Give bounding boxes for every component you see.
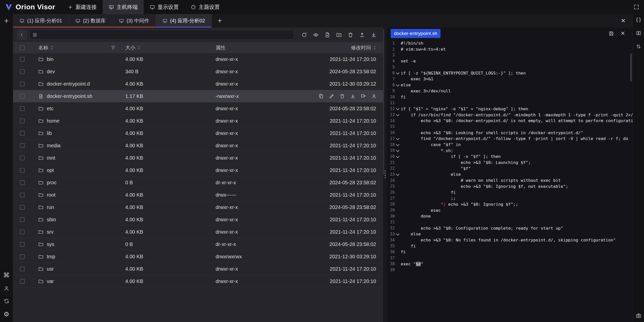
code-editor[interactable]: 1#!/bin/sh2# vim:sw=4:ts=4:et34set -e56i… bbox=[387, 40, 633, 322]
row-checkbox[interactable] bbox=[20, 193, 25, 197]
split-panels-icon[interactable] bbox=[636, 30, 641, 36]
terminal-tab[interactable]: (1) 应用-分析01 bbox=[13, 14, 69, 27]
terminal-tab[interactable]: (4) 应用-分析02 bbox=[156, 14, 212, 27]
code-text: fi bbox=[401, 249, 633, 254]
close-tabs-icon[interactable]: ✕ bbox=[621, 17, 633, 24]
row-checkbox[interactable] bbox=[20, 279, 25, 284]
row-checkbox[interactable] bbox=[20, 156, 25, 160]
menu-host-terminal[interactable]: 主机终端 bbox=[103, 0, 144, 14]
menu-display-settings[interactable]: 显示设置 bbox=[144, 0, 185, 14]
preview-eye-icon[interactable] bbox=[313, 32, 319, 38]
chmod-user-icon[interactable] bbox=[371, 94, 377, 99]
fold-chevron-icon[interactable] bbox=[395, 155, 401, 158]
code-text: case "$f" in bbox=[401, 142, 633, 147]
settings-gear-icon[interactable]: ⚙ bbox=[4, 311, 9, 317]
upload-icon[interactable] bbox=[359, 32, 365, 38]
sort-size-icon[interactable] bbox=[137, 45, 140, 50]
row-checkbox[interactable] bbox=[20, 217, 25, 222]
table-row[interactable]: etc 4.00 KB drwxr-xr-x 2024-05-28 23:58:… bbox=[13, 102, 383, 115]
row-checkbox[interactable] bbox=[20, 180, 25, 185]
fold-chevron-icon[interactable] bbox=[395, 149, 401, 152]
table-row[interactable]: run 4.00 KB drwxr-xr-x 2024-05-28 23:58:… bbox=[13, 201, 383, 213]
table-row[interactable]: opt 4.00 KB drwxr-xr-x 2021-11-24 17:20:… bbox=[13, 164, 383, 176]
open-file-tag[interactable]: docker-entrypoint.sh bbox=[391, 29, 440, 38]
filter-funnel-icon[interactable] bbox=[111, 45, 116, 50]
user-icon[interactable] bbox=[4, 285, 10, 291]
sort-updown-icon[interactable] bbox=[636, 44, 641, 49]
download-icon[interactable] bbox=[371, 32, 377, 38]
new-file-icon[interactable] bbox=[325, 32, 330, 38]
fold-chevron-icon[interactable] bbox=[395, 72, 401, 74]
divider-grip[interactable] bbox=[385, 170, 386, 178]
menu-theme-settings[interactable]: 主题设置 bbox=[185, 0, 226, 14]
edit-icon[interactable] bbox=[329, 94, 334, 99]
table-row[interactable]: lib 4.00 KB drwxr-xr-x 2021-11-24 17:20:… bbox=[13, 127, 383, 139]
refresh-icon[interactable] bbox=[301, 32, 307, 38]
file-list-scrollbar[interactable] bbox=[383, 29, 384, 175]
fold-chevron-icon[interactable] bbox=[395, 233, 401, 235]
directory-list-icon[interactable] bbox=[32, 32, 37, 37]
fullscreen-icon[interactable] bbox=[633, 4, 639, 10]
table-row[interactable]: tmp 4.00 KB drwxrwxrwx 2021-12-30 03:29:… bbox=[13, 251, 383, 263]
select-all-checkbox[interactable] bbox=[20, 45, 25, 50]
row-checkbox[interactable] bbox=[20, 143, 25, 148]
row-checkbox[interactable] bbox=[20, 254, 25, 259]
table-row[interactable]: mnt 4.00 KB drwxr-xr-x 2021-11-24 17:20:… bbox=[13, 152, 383, 164]
menu-new-connection[interactable]: 新建连接 bbox=[62, 0, 103, 14]
row-checkbox[interactable] bbox=[20, 69, 25, 74]
row-checkbox[interactable] bbox=[20, 57, 25, 62]
fold-chevron-icon[interactable] bbox=[395, 173, 401, 176]
table-row[interactable]: home 4.00 KB drwxr-xr-x 2021-11-24 17:20… bbox=[13, 115, 383, 127]
row-checkbox[interactable] bbox=[20, 94, 25, 99]
row-checkbox[interactable] bbox=[20, 82, 25, 86]
row-checkbox[interactable] bbox=[20, 106, 25, 111]
download-icon[interactable] bbox=[350, 94, 355, 99]
sync-icon[interactable] bbox=[4, 298, 10, 304]
fold-chevron-icon[interactable] bbox=[395, 84, 401, 86]
save-icon[interactable] bbox=[609, 31, 614, 36]
new-tab-button[interactable]: + bbox=[0, 14, 13, 27]
delete-icon[interactable] bbox=[340, 94, 345, 99]
copy-icon[interactable] bbox=[318, 94, 324, 99]
fold-chevron-icon[interactable] bbox=[395, 114, 401, 116]
fold-chevron-icon[interactable] bbox=[395, 137, 401, 140]
braces-icon[interactable]: {} bbox=[635, 17, 641, 23]
command-shortcut-icon[interactable]: ⌘ bbox=[3, 272, 10, 278]
row-checkbox[interactable] bbox=[20, 242, 25, 247]
move-icon[interactable] bbox=[361, 94, 366, 99]
row-checkbox[interactable] bbox=[20, 131, 25, 136]
row-checkbox[interactable] bbox=[20, 230, 25, 234]
add-tab-button[interactable]: + bbox=[212, 14, 228, 27]
sort-name-icon[interactable] bbox=[50, 45, 53, 50]
table-row[interactable]: sbin 4.00 KB drwxr-xr-x 2021-11-24 17:20… bbox=[13, 213, 383, 226]
camera-icon[interactable] bbox=[636, 313, 641, 318]
table-row[interactable]: dev 340 B drwxr-xr-x 2024-05-28 23:58:02 bbox=[13, 65, 383, 78]
table-row[interactable]: usr 4.00 KB drwxr-xr-x 2021-11-24 17:20:… bbox=[13, 263, 383, 275]
row-checkbox[interactable] bbox=[20, 168, 25, 173]
fold-chevron-icon[interactable] bbox=[395, 108, 401, 110]
back-button[interactable] bbox=[17, 30, 27, 40]
table-row[interactable]: docker-entrypoint.d 4.00 KB drwxr-xr-x 2… bbox=[13, 78, 383, 90]
row-checkbox[interactable] bbox=[20, 205, 25, 210]
sort-mtime-icon[interactable] bbox=[373, 45, 376, 50]
table-row[interactable]: bin 4.00 KB drwxr-xr-x 2021-11-24 17:20:… bbox=[13, 53, 383, 65]
editor-scrollbar[interactable] bbox=[630, 54, 632, 81]
table-row[interactable]: var 4.00 KB drwxr-xr-x 2021-11-24 17:20:… bbox=[13, 275, 383, 288]
panel-resize-divider[interactable] bbox=[383, 27, 387, 322]
table-row[interactable]: srv 4.00 KB drwxr-xr-x 2021-11-24 17:20:… bbox=[13, 226, 383, 238]
code-text: ;; bbox=[401, 196, 633, 201]
table-row[interactable]: sys 0 B dr-xr-xr-x 2024-05-28 23:58:02 bbox=[13, 238, 383, 251]
table-row[interactable]: docker-entrypoint.sh 1.17 KB -rwxrwxr-x bbox=[13, 90, 383, 102]
table-row[interactable]: proc 0 B dr-xr-xr-x 2024-05-28 23:58:02 bbox=[13, 176, 383, 189]
table-row[interactable]: root 4.00 KB drwx------ 2021-11-24 17:20… bbox=[13, 189, 383, 201]
new-folder-icon[interactable] bbox=[336, 32, 342, 38]
close-editor-icon[interactable]: ✕ bbox=[621, 31, 625, 36]
fold-chevron-icon[interactable] bbox=[395, 144, 401, 146]
path-input[interactable] bbox=[39, 32, 291, 38]
table-row[interactable]: media 4.00 KB drwxr-xr-x 2021-11-24 17:2… bbox=[13, 139, 383, 152]
terminal-tab[interactable]: (3) 中间件 bbox=[112, 14, 156, 27]
row-checkbox[interactable] bbox=[20, 267, 25, 271]
row-checkbox[interactable] bbox=[20, 119, 25, 123]
terminal-tab[interactable]: (2) 数据库 bbox=[69, 14, 112, 27]
delete-icon[interactable] bbox=[348, 32, 353, 38]
